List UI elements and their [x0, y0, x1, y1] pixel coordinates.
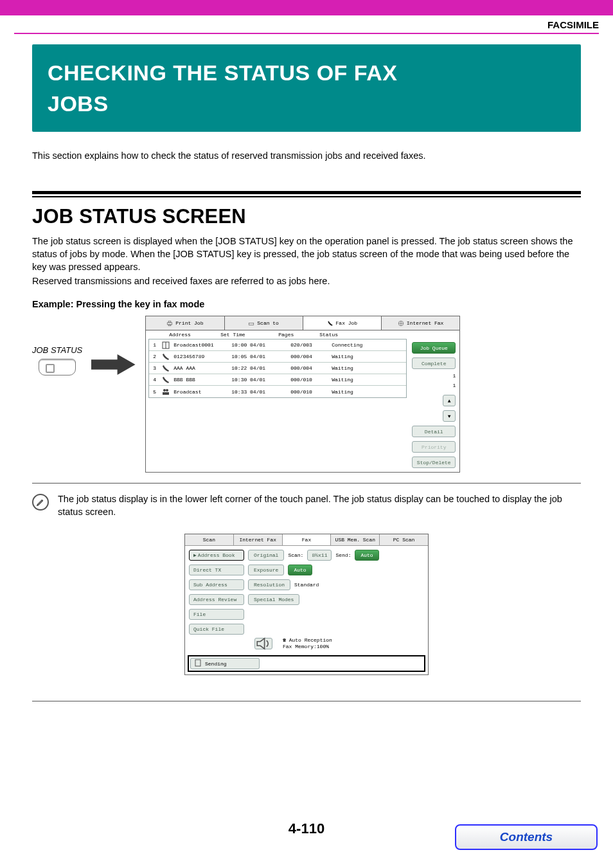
group-icon	[162, 388, 170, 395]
row-time: 10:22 04/01	[231, 365, 287, 371]
detail-button[interactable]: Detail	[412, 426, 456, 437]
tab-scan-to-label: Scan to	[257, 320, 279, 326]
exposure-auto-button[interactable]: Auto	[288, 565, 312, 575]
page-title-line1: CHECKING THE STATUS OF FAX	[48, 59, 565, 87]
globe-icon	[398, 320, 404, 327]
row-time: 10:00 04/01	[231, 342, 287, 348]
svg-point-7	[163, 389, 166, 392]
tab-internet-fax[interactable]: Internet Fax	[382, 316, 459, 330]
tab-fax[interactable]: Fax	[283, 534, 332, 545]
sending-status-bar[interactable]: Sending	[188, 655, 425, 672]
jobstatus-keycap[interactable]	[39, 359, 76, 375]
head-settime: Set Time	[220, 332, 278, 338]
section-body: The job status screen is displayed when …	[32, 235, 581, 287]
tab-scan[interactable]: Scan	[185, 534, 234, 545]
sending-label: Sending	[205, 661, 227, 667]
table-row[interactable]: 3 AAA AAA 10:22 04/01 000/004 Waiting	[149, 363, 406, 374]
example-row: JOB STATUS Print Job Scan to Fax Job	[32, 316, 581, 473]
address-book-button[interactable]: ▶Address Book	[189, 550, 244, 561]
quick-file-button[interactable]: Quick File	[189, 624, 244, 635]
row-address: BBB BBB	[173, 377, 227, 383]
breadcrumb: FACSIMILE	[0, 15, 613, 33]
chevron-up-icon: ▲	[448, 398, 451, 404]
tab-internet-fax-2[interactable]: Internet Fax	[234, 534, 283, 545]
row-index: 3	[153, 365, 158, 371]
chevron-down-icon: ▼	[448, 413, 451, 419]
book-icon	[162, 341, 170, 349]
scroll-down-button[interactable]: ▼	[443, 410, 456, 422]
job-queue-button[interactable]: Job Queue	[412, 342, 456, 354]
svg-marker-0	[91, 354, 136, 375]
svg-rect-3	[168, 324, 171, 325]
contents-label: Contents	[500, 830, 553, 844]
arrow-right-icon	[91, 353, 136, 376]
svg-rect-4	[249, 323, 254, 325]
row-pages: 000/004	[290, 354, 328, 359]
send-auto-button[interactable]: Auto	[355, 550, 378, 561]
row-time: 10:33 04/01	[231, 389, 287, 395]
intro-paragraph: This section explains how to check the s…	[32, 149, 581, 163]
row-status: Connecting	[332, 342, 406, 348]
auto-reception-label: Auto Reception	[289, 637, 332, 643]
exposure-button[interactable]: Exposure	[248, 565, 284, 575]
table-row[interactable]: 2 0123456789 10:05 04/01 000/004 Waiting	[149, 351, 406, 363]
page-title-box: CHECKING THE STATUS OF FAX JOBS	[32, 44, 581, 132]
page-indicator-2: 1	[452, 383, 456, 388]
resolution-button[interactable]: Resolution	[248, 579, 290, 590]
fax-send-panel: Scan Internet Fax Fax USB Mem. Scan PC S…	[184, 534, 429, 675]
direct-tx-button[interactable]: Direct TX	[189, 565, 244, 575]
tab-fax-job[interactable]: Fax Job	[303, 316, 382, 330]
svg-rect-10	[195, 660, 200, 666]
row-status: Waiting	[332, 354, 406, 359]
phone-icon	[327, 320, 333, 327]
tab-print-job-label: Print Job	[175, 320, 203, 326]
special-modes-button[interactable]: Special Modes	[248, 594, 299, 605]
fax-panel-tabs: Scan Internet Fax Fax USB Mem. Scan PC S…	[185, 534, 428, 546]
scanner-icon	[248, 320, 254, 327]
row-time: 10:05 04/01	[231, 354, 287, 359]
file-button[interactable]: File	[189, 609, 244, 620]
page-title-line2: JOBS	[48, 89, 565, 118]
tab-internet-fax-label: Internet Fax	[407, 320, 444, 326]
sub-address-button[interactable]: Sub Address	[189, 579, 244, 590]
complete-button[interactable]: Complete	[412, 357, 456, 369]
note-rule-top	[32, 483, 581, 484]
table-row[interactable]: 4 BBB BBB 10:30 04/01 000/010 Waiting	[149, 374, 406, 386]
original-button[interactable]: Original	[248, 550, 284, 561]
note-block: The job status display is in the lower l…	[32, 489, 581, 522]
tab-usb-mem-scan[interactable]: USB Mem. Scan	[331, 534, 380, 545]
tab-print-job[interactable]: Print Job	[146, 316, 224, 330]
phone-icon	[162, 365, 170, 372]
section-rule	[32, 191, 581, 197]
jobstatus-key-block: JOB STATUS	[32, 345, 82, 375]
contents-button[interactable]: Contents	[455, 824, 598, 850]
status-side-buttons: Job Queue Complete 1 1 ▲ ▼ Detail Priori…	[409, 330, 459, 472]
head-pages: Pages	[278, 332, 319, 338]
table-row[interactable]: 1 Broadcast0001 10:00 04/01 020/003 Conn…	[149, 339, 406, 351]
address-book-label: Address Book	[198, 552, 235, 558]
phone-small-icon: ☎	[283, 637, 286, 643]
row-index: 2	[153, 354, 158, 359]
status-table-head: Address Set Time Pages Status	[146, 330, 409, 339]
stop-delete-button[interactable]: Stop/Delete	[412, 457, 456, 468]
status-panel-tabs: Print Job Scan to Fax Job Internet Fax	[146, 316, 459, 330]
address-review-button[interactable]: Address Review	[189, 594, 244, 605]
row-index: 4	[153, 377, 158, 383]
tab-pc-scan[interactable]: PC Scan	[380, 534, 428, 545]
row-address: Broadcast	[173, 389, 227, 395]
scan-value[interactable]: 8½x11	[307, 550, 332, 561]
scan-label: Scan:	[288, 552, 303, 558]
table-row[interactable]: 5 Broadcast 10:33 04/01 000/010 Waiting	[149, 386, 406, 397]
top-accent-bar	[0, 0, 613, 15]
job-status-panel: Print Job Scan to Fax Job Internet Fax	[145, 316, 460, 473]
speaker-icon[interactable]	[254, 638, 272, 649]
row-time: 10:30 04/01	[231, 377, 287, 383]
page-indicator-1: 1	[452, 373, 456, 379]
row-index: 5	[153, 389, 158, 395]
scroll-up-button[interactable]: ▲	[443, 395, 456, 406]
priority-button[interactable]: Priority	[412, 441, 456, 453]
row-address: 0123456789	[173, 354, 227, 359]
tab-scan-to[interactable]: Scan to	[225, 316, 303, 330]
svg-rect-9	[163, 392, 169, 395]
phone-icon	[162, 353, 170, 361]
